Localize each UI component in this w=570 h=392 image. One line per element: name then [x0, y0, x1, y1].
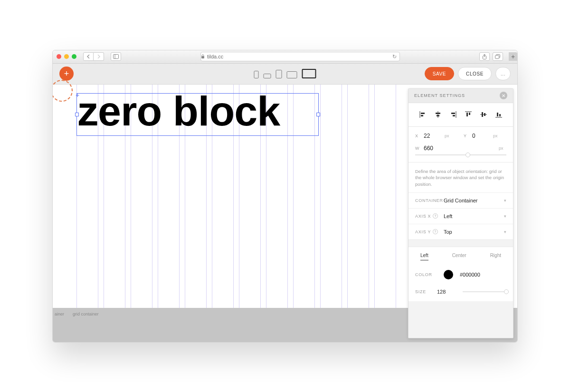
y-input[interactable]: 0 [472, 133, 490, 139]
x-input[interactable]: 22 [424, 133, 442, 139]
sidebar-toggle-button[interactable] [111, 52, 121, 61]
ruler-label: grid container [73, 312, 99, 338]
ruler-label: ainer [55, 312, 64, 338]
resize-handle-left[interactable] [75, 113, 79, 116]
viewport-mobile-landscape[interactable] [264, 74, 271, 78]
app-toolbar: + SAVE CLOSE ... [53, 64, 517, 85]
save-button[interactable]: SAVE [425, 67, 454, 80]
traffic-lights [57, 54, 76, 59]
svg-rect-22 [497, 113, 498, 116]
axis-x-label: AXIS X? [415, 213, 444, 219]
viewport-mobile-portrait[interactable] [254, 71, 259, 78]
viewport-desktop[interactable] [302, 69, 316, 78]
browser-chrome: tilda.cc ↻ + [53, 50, 517, 64]
container-dropdown[interactable]: CONTAINER Grid Container ▾ [408, 192, 513, 208]
color-row: COLOR #000000 [408, 265, 513, 284]
viewport-tablet-portrait[interactable] [276, 70, 282, 78]
align-center-h-icon[interactable] [434, 110, 442, 119]
element-settings-panel: ELEMENT SETTINGS ✕ X 22 px Y 0 [408, 88, 513, 338]
help-icon[interactable]: ? [433, 229, 438, 234]
color-swatch[interactable] [444, 270, 453, 279]
axis-x-value: Left [444, 213, 504, 219]
y-label: Y [464, 134, 469, 138]
tabs-button[interactable] [493, 52, 503, 61]
lock-icon [201, 54, 205, 59]
container-value: Grid Container [444, 198, 504, 203]
w-label: W [415, 146, 421, 151]
svg-rect-17 [469, 113, 470, 115]
selection-box[interactable] [76, 93, 319, 136]
w-input[interactable]: 660 [424, 145, 442, 152]
close-window-icon[interactable] [57, 54, 61, 59]
chevron-down-icon: ▾ [504, 214, 506, 219]
viewport-tablet-landscape[interactable] [287, 71, 297, 78]
x-unit: px [445, 134, 452, 138]
address-bar[interactable]: tilda.cc ↻ [200, 52, 400, 61]
minimize-window-icon[interactable] [64, 54, 69, 59]
align-top-icon[interactable] [464, 110, 473, 119]
align-right-icon[interactable] [449, 110, 457, 119]
axis-x-dropdown[interactable]: AXIS X? Left ▾ [408, 208, 513, 224]
w-unit: px [499, 146, 506, 151]
align-center-v-icon[interactable] [479, 110, 488, 119]
svg-rect-10 [436, 113, 440, 114]
new-tab-button[interactable]: + [509, 52, 517, 61]
axis-y-label: AXIS Y? [415, 229, 444, 234]
viewport-switcher [254, 69, 316, 78]
alignment-tools [408, 103, 513, 127]
canvas-footer-labels: ainer grid container [53, 312, 99, 338]
chevron-down-icon: ▾ [504, 198, 506, 203]
position-section: X 22 px Y 0 px W 660 px [408, 127, 513, 163]
help-icon[interactable]: ? [433, 213, 438, 219]
svg-rect-13 [451, 113, 455, 114]
align-bottom-icon[interactable] [494, 110, 503, 119]
svg-rect-14 [453, 115, 455, 116]
size-row: SIZE 128 [408, 284, 513, 301]
back-button[interactable] [83, 52, 94, 61]
svg-rect-8 [421, 115, 423, 116]
browser-window: tilda.cc ↻ + + SAVE CLOSE ... [52, 50, 518, 343]
y-unit: px [493, 134, 501, 138]
close-icon: ✕ [502, 93, 505, 98]
nav-buttons [83, 52, 104, 61]
svg-rect-5 [495, 56, 499, 59]
color-value[interactable]: #000000 [460, 272, 506, 277]
container-label: CONTAINER [415, 198, 444, 203]
svg-rect-23 [499, 114, 501, 116]
svg-rect-11 [437, 115, 439, 116]
svg-rect-2 [201, 56, 204, 58]
x-label: X [415, 134, 421, 138]
svg-rect-0 [114, 55, 119, 59]
url-host: tilda.cc [207, 54, 223, 59]
forward-button[interactable] [94, 52, 104, 61]
width-slider[interactable] [415, 154, 506, 155]
text-align-tabs: Left Center Right [408, 247, 513, 265]
more-button[interactable]: ... [495, 67, 511, 80]
size-slider[interactable] [463, 291, 506, 292]
svg-rect-20 [484, 113, 485, 116]
size-value[interactable]: 128 [437, 289, 453, 295]
svg-rect-19 [482, 112, 483, 117]
size-label: SIZE [415, 289, 437, 294]
maximize-window-icon[interactable] [72, 54, 76, 59]
reload-icon[interactable]: ↻ [392, 54, 397, 60]
align-left-icon[interactable] [418, 110, 427, 119]
axis-y-value: Top [444, 229, 504, 235]
tab-align-right[interactable]: Right [490, 253, 501, 260]
orientation-description: Define the area of object orientation: g… [408, 163, 513, 192]
panel-title: ELEMENT SETTINGS [414, 93, 465, 98]
workspace: + zero block ainer grid container ELEMEN… [53, 85, 517, 342]
svg-rect-7 [421, 113, 425, 114]
svg-rect-16 [466, 113, 468, 116]
panel-header: ELEMENT SETTINGS ✕ [408, 89, 513, 103]
axis-y-dropdown[interactable]: AXIS Y? Top ▾ [408, 224, 513, 240]
share-button[interactable] [479, 52, 490, 61]
add-element-button[interactable]: + [59, 67, 74, 81]
close-panel-button[interactable]: ✕ [500, 92, 507, 99]
tab-align-left[interactable]: Left [420, 253, 428, 260]
plus-icon: + [64, 69, 69, 79]
color-label: COLOR [415, 272, 437, 277]
resize-handle-right[interactable] [316, 113, 320, 116]
tab-align-center[interactable]: Center [452, 253, 466, 260]
close-button[interactable]: CLOSE [458, 67, 492, 80]
